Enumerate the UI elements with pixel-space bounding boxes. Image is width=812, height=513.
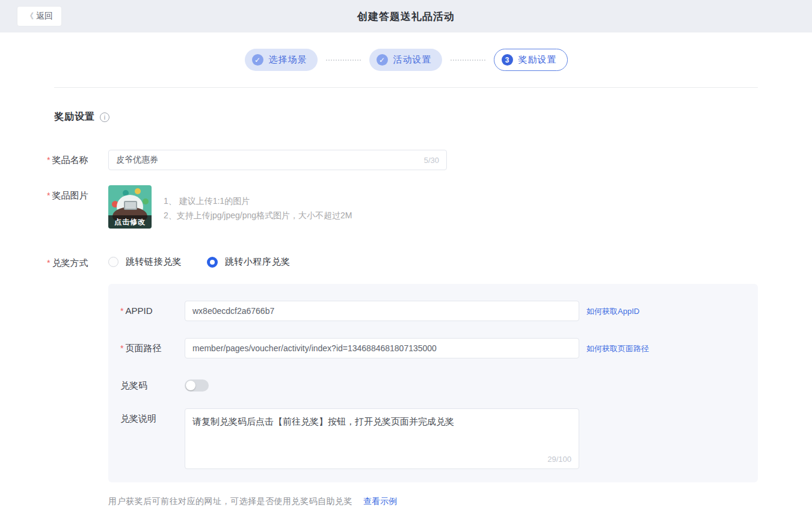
radio-label: 跳转链接兑奖 xyxy=(126,256,182,268)
click-to-edit-overlay[interactable]: 点击修改 xyxy=(108,215,152,229)
appid-row: APPID wx8e0ecdcf2a6766b7 如何获取AppID xyxy=(120,301,758,321)
step-connector xyxy=(451,60,485,61)
prize-image-label: 奖品图片 xyxy=(47,185,108,201)
footer-note: 用户获奖后可前往对应的网址，可选择是否使用兑奖码自助兑奖 查看示例 xyxy=(108,496,812,507)
redeem-method-options: 跳转链接兑奖 跳转小程序兑奖 xyxy=(108,253,291,268)
radio-link-redeem[interactable]: 跳转链接兑奖 xyxy=(108,256,182,268)
step-label: 选择场景 xyxy=(269,54,307,66)
toggle-knob xyxy=(186,381,195,390)
miniprogram-settings-panel: APPID wx8e0ecdcf2a6766b7 如何获取AppID 页面路径 … xyxy=(108,284,758,482)
page-path-row: 页面路径 member/pages/voucher/activity/index… xyxy=(120,338,758,358)
appid-value: wx8e0ecdcf2a6766b7 xyxy=(192,306,274,316)
info-icon[interactable]: i xyxy=(100,112,109,122)
thumb-decor-dot xyxy=(143,198,149,204)
step-done-check-icon: ✓ xyxy=(252,54,263,66)
prize-name-row: 奖品名称 皮爷优惠券 5/30 xyxy=(47,150,812,170)
step-reward-settings[interactable]: 3 奖励设置 xyxy=(494,49,568,71)
thumb-illustration-monitor xyxy=(124,201,137,210)
upload-tip-1: 1、 建议上传1:1的图片 xyxy=(164,194,352,208)
upload-tips: 1、 建议上传1:1的图片 2、支持上传jpg/jpeg/png格式图片，大小不… xyxy=(164,185,352,223)
prize-image-upload[interactable]: 点击修改 xyxy=(108,185,152,229)
radio-label: 跳转小程序兑奖 xyxy=(225,256,291,268)
radio-unchecked-icon[interactable] xyxy=(108,257,118,267)
redeem-method-row: 兑奖方式 跳转链接兑奖 跳转小程序兑奖 xyxy=(47,253,812,269)
step-select-scene[interactable]: ✓ 选择场景 xyxy=(245,49,318,71)
redeem-code-label: 兑奖码 xyxy=(120,375,185,392)
appid-input[interactable]: wx8e0ecdcf2a6766b7 xyxy=(185,301,579,321)
page-title: 创建答题送礼品活动 xyxy=(357,10,455,23)
redeem-note-value: 请复制兑奖码后点击【前往兑奖】按钮，打开兑奖页面并完成兑奖 xyxy=(192,415,571,428)
step-number-badge: 3 xyxy=(502,54,513,66)
step-label: 奖励设置 xyxy=(518,54,557,66)
stepper: ✓ 选择场景 ✓ 活动设置 3 奖励设置 xyxy=(0,49,812,71)
upload-tip-2: 2、支持上传jpg/jpeg/png格式图片，大小不超过2M xyxy=(164,208,352,223)
redeem-method-label: 兑奖方式 xyxy=(47,253,108,269)
section-head: 奖励设置 i xyxy=(54,111,812,123)
redeem-note-row: 兑奖说明 请复制兑奖码后点击【前往兑奖】按钮，打开兑奖页面并完成兑奖 29/10… xyxy=(120,408,758,469)
appid-label: APPID xyxy=(120,301,185,316)
page-path-value: member/pages/voucher/activity/index?id=1… xyxy=(192,343,437,353)
how-to-get-page-path-link[interactable]: 如何获取页面路径 xyxy=(586,338,649,354)
radio-miniprogram-redeem[interactable]: 跳转小程序兑奖 xyxy=(207,256,291,268)
step-done-check-icon: ✓ xyxy=(377,54,388,66)
back-chevron-icon: 《 xyxy=(26,11,34,22)
redeem-note-label: 兑奖说明 xyxy=(120,408,185,425)
thumb-decor-dot xyxy=(135,188,141,194)
section-title: 奖励设置 xyxy=(54,111,95,123)
step-connector xyxy=(326,60,361,61)
redeem-note-textarea[interactable]: 请复制兑奖码后点击【前往兑奖】按钮，打开兑奖页面并完成兑奖 29/100 xyxy=(185,408,579,469)
radio-checked-icon[interactable] xyxy=(207,257,218,268)
page-path-label: 页面路径 xyxy=(120,338,185,354)
prize-name-value: 皮爷优惠券 xyxy=(116,155,158,165)
step-label: 活动设置 xyxy=(393,54,432,66)
how-to-get-appid-link[interactable]: 如何获取AppID xyxy=(586,301,639,317)
prize-image-row: 奖品图片 点击修改 1、 建议上传1:1的图片 2、支持上传jpg/jpeg/p… xyxy=(47,185,812,229)
redeem-code-toggle[interactable] xyxy=(185,379,209,392)
back-button-label: 返回 xyxy=(36,11,53,22)
view-example-link[interactable]: 查看示例 xyxy=(363,496,397,507)
prize-name-label: 奖品名称 xyxy=(47,150,108,166)
section-divider xyxy=(54,87,758,88)
step-activity-settings[interactable]: ✓ 活动设置 xyxy=(369,49,442,71)
page-header: 《 返回 创建答题送礼品活动 xyxy=(0,0,812,32)
redeem-note-counter: 29/100 xyxy=(547,455,571,464)
back-button[interactable]: 《 返回 xyxy=(17,6,62,26)
redeem-code-row: 兑奖码 xyxy=(120,375,758,392)
footer-note-text: 用户获奖后可前往对应的网址，可选择是否使用兑奖码自助兑奖 xyxy=(108,496,352,507)
prize-name-counter: 5/30 xyxy=(424,156,439,165)
page-path-input[interactable]: member/pages/voucher/activity/index?id=1… xyxy=(185,338,579,358)
prize-name-input[interactable]: 皮爷优惠券 5/30 xyxy=(108,150,447,170)
